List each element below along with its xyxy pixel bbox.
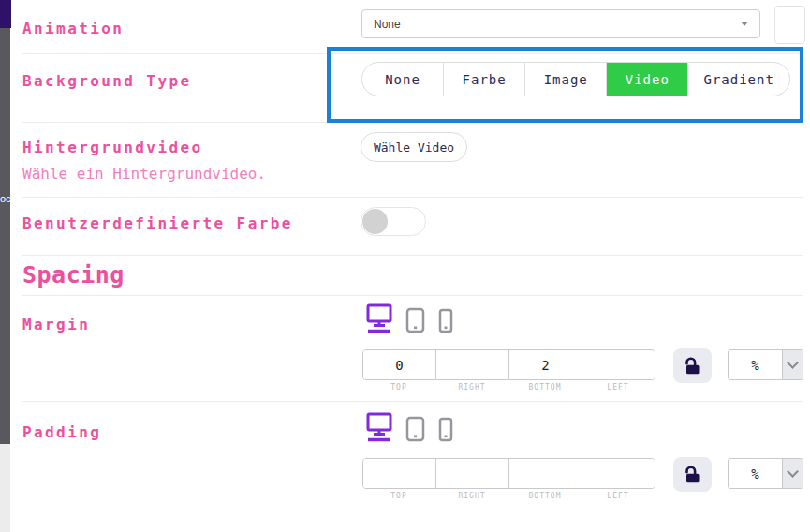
margin-unit-select[interactable]: %	[728, 349, 803, 380]
desktop-icon[interactable]	[366, 412, 392, 445]
divider	[22, 255, 803, 256]
margin-unit-value: %	[729, 350, 782, 379]
padding-unit-select[interactable]: %	[728, 458, 803, 489]
lock-open-icon	[683, 356, 702, 376]
custom-color-toggle[interactable]	[361, 207, 426, 236]
margin-right-caption: RIGHT	[435, 383, 508, 392]
padding-input-group	[362, 458, 655, 489]
spacing-heading: Spacing	[22, 261, 125, 288]
animation-dropdown[interactable]: None	[361, 9, 760, 38]
background-type-label: Background Type	[22, 72, 192, 90]
divider	[22, 295, 803, 296]
mobile-icon[interactable]	[438, 308, 453, 336]
divider	[22, 197, 803, 198]
lock-open-icon	[683, 465, 702, 484]
margin-device-switcher	[366, 305, 453, 336]
padding-bottom-input[interactable]	[509, 459, 582, 488]
bg-type-option-none[interactable]: None	[362, 63, 444, 96]
bg-type-option-image[interactable]: Image	[525, 63, 607, 96]
padding-right-caption: RIGHT	[435, 492, 508, 500]
padding-device-switcher	[366, 414, 453, 445]
margin-left-caption: LEFT	[582, 383, 655, 392]
margin-label: Margin	[22, 316, 90, 333]
choose-video-button[interactable]: Wähle Video	[361, 132, 467, 162]
padding-label: Padding	[22, 423, 101, 441]
margin-bottom-caption: BOTTOM	[508, 383, 582, 392]
padding-right-input[interactable]	[436, 459, 509, 488]
page-edge-strip-bottom	[0, 444, 10, 532]
padding-bottom-caption: BOTTOM	[508, 492, 582, 500]
padding-left-input[interactable]	[582, 459, 655, 488]
margin-input-group	[362, 349, 655, 380]
bg-type-option-farbe[interactable]: Farbe	[444, 63, 525, 96]
animation-label: Animation	[22, 20, 124, 37]
toggle-knob	[362, 209, 388, 234]
chevron-down-icon	[782, 459, 803, 488]
padding-left-caption: LEFT	[582, 492, 655, 500]
divider	[22, 401, 803, 402]
desktop-icon[interactable]	[366, 303, 392, 336]
margin-left-input[interactable]	[582, 350, 655, 379]
padding-top-input[interactable]	[363, 459, 436, 488]
corner-button[interactable]	[774, 6, 805, 44]
margin-lock-button[interactable]	[673, 348, 712, 383]
margin-top-caption: TOP	[362, 383, 435, 392]
page-corner-block	[0, 0, 11, 28]
padding-lock-button[interactable]	[673, 457, 712, 492]
settings-panel: oc Animation None Background Type None F…	[0, 0, 810, 532]
page-edge-strip	[0, 28, 10, 444]
edge-text-fragment: oc	[0, 193, 10, 204]
background-type-button-group: None Farbe Image Video Gradient	[361, 62, 790, 96]
bg-type-option-video[interactable]: Video	[607, 63, 688, 96]
padding-unit-value: %	[729, 459, 782, 488]
bg-type-option-gradient[interactable]: Gradient	[688, 63, 789, 96]
chevron-down-icon	[782, 350, 803, 379]
background-video-description: Wähle ein Hintergrundvideo.	[22, 165, 266, 183]
tablet-icon[interactable]	[405, 416, 425, 445]
margin-top-input[interactable]	[363, 350, 436, 379]
mobile-icon[interactable]	[438, 417, 453, 445]
margin-bottom-input[interactable]	[509, 350, 582, 379]
background-video-label: Hintergrundvideo	[22, 139, 203, 156]
padding-top-caption: TOP	[362, 492, 435, 500]
custom-color-label: Benutzerdefinierte Farbe	[22, 214, 293, 232]
margin-right-input[interactable]	[436, 350, 509, 379]
caret-down-icon	[741, 22, 748, 26]
animation-dropdown-value: None	[374, 18, 401, 31]
tablet-icon[interactable]	[405, 307, 425, 336]
